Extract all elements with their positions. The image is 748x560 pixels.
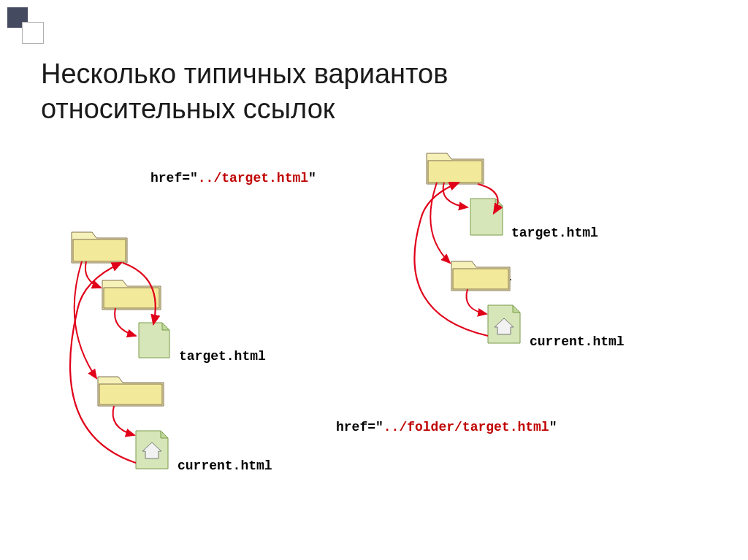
- arrow: [85, 261, 101, 288]
- arrow: [430, 183, 450, 263]
- diagram-svg: [0, 0, 748, 560]
- svg-rect-4: [453, 269, 508, 289]
- folder-icon: [98, 377, 164, 406]
- arrow: [443, 183, 468, 207]
- arrow: [466, 289, 486, 314]
- svg-rect-1: [104, 288, 159, 308]
- file-home-icon: [488, 305, 520, 343]
- arrow: [113, 406, 134, 435]
- arrow: [115, 308, 136, 336]
- arrow: [75, 261, 96, 378]
- svg-rect-0: [73, 239, 126, 261]
- file-icon: [139, 323, 169, 358]
- file-home-icon: [136, 431, 168, 469]
- folder-icon: [102, 280, 161, 310]
- svg-rect-3: [428, 161, 482, 183]
- folder-icon: [451, 261, 510, 291]
- folder-icon: [427, 153, 484, 184]
- svg-rect-2: [99, 384, 162, 404]
- folder-icon: [72, 232, 127, 263]
